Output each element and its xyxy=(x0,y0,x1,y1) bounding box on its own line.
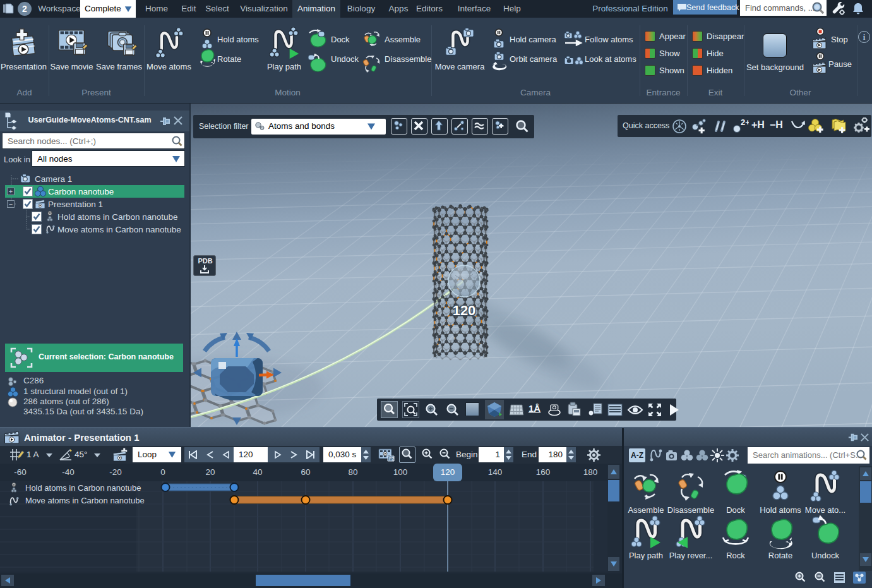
svg-text:F2: F2 xyxy=(389,457,394,461)
svg-text:120: 120 xyxy=(453,303,476,318)
svg-text:2+: 2+ xyxy=(741,117,749,127)
